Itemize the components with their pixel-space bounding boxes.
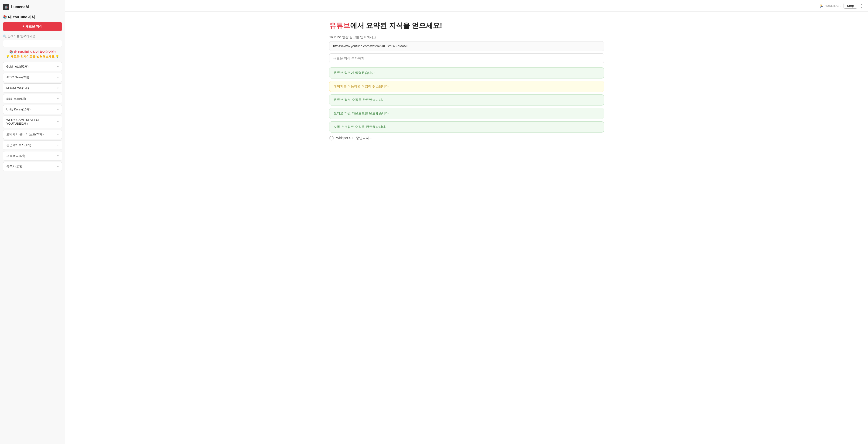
category-label: SBS 뉴스(6개) (6, 97, 26, 101)
category-item[interactable]: JTBC News(2개)▾ (3, 73, 62, 82)
category-label: WER's GAME DEVELOP YOUTUBE(2개) (6, 118, 57, 126)
running-status: 🏃 RUNNING... (819, 3, 841, 8)
category-item[interactable]: MBCNEWS(1개)▾ (3, 84, 62, 93)
category-item[interactable]: 돈근육허벅지(1개)▾ (3, 140, 62, 150)
url-input[interactable] (329, 41, 604, 51)
new-knowledge-button[interactable]: + 새로운 지식 (3, 22, 62, 31)
status-card: 페이지를 이동하면 작업이 취소됩니다. (329, 81, 604, 92)
category-label: 고박사의 유니티 노트(77개) (6, 132, 43, 136)
chevron-down-icon: ▾ (57, 87, 59, 90)
chevron-down-icon: ▾ (57, 165, 59, 168)
category-list: Goldmetal(52개)▾JTBC News(2개)▾MBCNEWS(1개)… (3, 62, 62, 171)
category-label: MBCNEWS(1개) (6, 86, 29, 90)
more-icon[interactable]: ⋮ (860, 3, 864, 8)
status-card: 오디오 파일 다운로드를 완료했습니다. (329, 108, 604, 119)
search-input[interactable] (3, 40, 62, 47)
category-item[interactable]: Unity Korea(10개)▾ (3, 105, 62, 114)
knowledge-stats-line1: 📚 총 160개의 지식이 쌓여있어요! (3, 50, 62, 54)
status-card: 유튜브 링크가 입력됐습니다. (329, 67, 604, 78)
category-item[interactable]: SBS 뉴스(6개)▾ (3, 94, 62, 103)
chevron-down-icon: ▾ (57, 133, 59, 136)
search-label: 🔍 검색어를 입력하세요: (3, 34, 62, 38)
spinner-icon (329, 136, 334, 140)
app-title: LumenaAI (11, 5, 29, 9)
status-list: 유튜브 링크가 입력됐습니다.페이지를 이동하면 작업이 취소됩니다.유튜브 정… (329, 67, 604, 132)
category-item[interactable]: 고박사의 유니티 노트(77개)▾ (3, 130, 62, 139)
sidebar: 🤖 LumenaAI 📚 내 YouTube 지식 + 새로운 지식 🔍 검색어… (0, 0, 65, 444)
chevron-down-icon: ▾ (57, 121, 59, 123)
header-bar: 🏃 RUNNING... Stop ⋮ (65, 0, 868, 12)
knowledge-stats-line2: 💡 새로운 인사이트를 발견해보세요!💡 (3, 55, 62, 59)
content-area: 유튜브에서 요약된 지식을 얻으세요! Youtube 영상 링크를 입력하세요… (315, 12, 618, 444)
stop-button[interactable]: Stop (843, 3, 857, 9)
status-card: 자동 스크립트 수집을 완료했습니다. (329, 121, 604, 132)
status-card: 유튜브 정보 수집을 완료했습니다. (329, 94, 604, 105)
page-heading: 유튜브에서 요약된 지식을 얻으세요! (329, 21, 604, 31)
heading-suffix: 에서 요약된 지식을 얻으세요! (350, 22, 442, 29)
sidebar-section-title: 📚 내 YouTube 지식 (3, 15, 62, 19)
category-label: 돈근육허벅지(1개) (6, 143, 31, 147)
category-item[interactable]: 충주시(1개)▾ (3, 162, 62, 171)
category-label: Goldmetal(52개) (6, 65, 28, 69)
category-item[interactable]: WER's GAME DEVELOP YOUTUBE(2개)▾ (3, 116, 62, 128)
chevron-down-icon: ▾ (57, 97, 59, 100)
chevron-down-icon: ▾ (57, 76, 59, 79)
category-label: 오늘코딩(8개) (6, 154, 25, 158)
category-label: 충주시(1개) (6, 164, 22, 169)
whisper-text: Whisper STT 중입니다... (336, 136, 372, 140)
heading-youtube: 유튜브 (329, 22, 350, 29)
category-label: Unity Korea(10개) (6, 107, 31, 112)
chevron-down-icon: ▾ (57, 108, 59, 111)
sidebar-logo: 🤖 LumenaAI (3, 4, 62, 10)
running-label-text: RUNNING... (825, 4, 841, 7)
main-area: 🏃 RUNNING... Stop ⋮ 유튜브에서 요약된 지식을 얻으세요! … (65, 0, 868, 444)
url-label: Youtube 영상 링크를 입력하세요. (329, 35, 604, 39)
chevron-down-icon: ▾ (57, 65, 59, 68)
add-knowledge-input[interactable] (329, 53, 604, 63)
category-item[interactable]: Goldmetal(52개)▾ (3, 62, 62, 71)
category-label: JTBC News(2개) (6, 75, 29, 80)
chevron-down-icon: ▾ (57, 154, 59, 157)
whisper-row: Whisper STT 중입니다... (329, 135, 604, 141)
chevron-down-icon: ▾ (57, 144, 59, 147)
category-item[interactable]: 오늘코딩(8개)▾ (3, 151, 62, 160)
app-logo-icon: 🤖 (3, 4, 9, 10)
running-icon: 🏃 (819, 3, 824, 8)
